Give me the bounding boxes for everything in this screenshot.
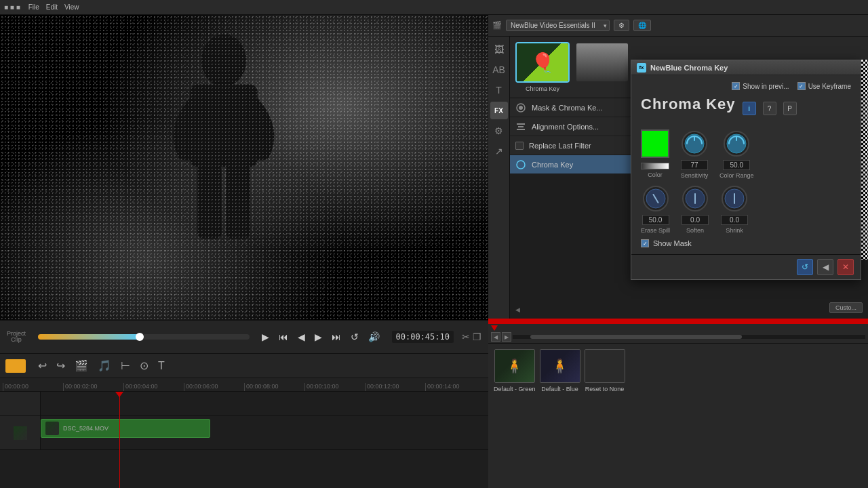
custom-button[interactable]: Custo...: [829, 302, 863, 313]
split-button[interactable]: ⊢: [119, 358, 132, 373]
preset-default-blue[interactable]: 🧍 Default - Blue: [540, 349, 580, 392]
dialog-body: ✓ Show in previ... ✓ Use Keyframe Chroma…: [631, 75, 861, 254]
sensitivity-value[interactable]: 77: [681, 160, 708, 170]
color-swatch[interactable]: [641, 129, 669, 158]
erase-spill-arc-knob[interactable]: [642, 184, 670, 213]
heading-row: Chroma Key i ? P: [641, 96, 851, 121]
clip-label: Clip: [11, 337, 22, 343]
dialog-bottom-bar: ↺ ◀ ✕: [631, 254, 861, 279]
play-button[interactable]: ▶: [259, 330, 272, 344]
add-audio-button[interactable]: 🎵: [96, 358, 113, 373]
preset-button[interactable]: P: [783, 102, 797, 115]
color-label: Color: [648, 171, 663, 178]
chroma-key-label: Chroma Key: [532, 161, 573, 169]
sensitivity-arc-knob[interactable]: [680, 129, 709, 158]
track-content-1[interactable]: [41, 392, 488, 415]
shrink-arc-knob[interactable]: [720, 184, 749, 213]
timeline-section: ↩ ↪ 🎬 🎵 ⊢ ⊙ T 00:00:00 00:00:02:00 00:00…: [0, 354, 488, 488]
snap-indicator: [5, 359, 26, 373]
volume-button[interactable]: 🔊: [366, 330, 382, 344]
prev-btn[interactable]: ◀: [817, 259, 833, 275]
settings-icon-btn[interactable]: ⚙: [490, 122, 508, 140]
title-button[interactable]: T: [157, 359, 166, 373]
show-preview-row: ✓ Show in previ...: [732, 82, 789, 90]
preset-none-thumb: [585, 349, 625, 383]
soften-value[interactable]: 0.0: [682, 215, 709, 225]
scroll-left-btn[interactable]: ◀: [515, 306, 520, 313]
chroma-thumb-img: 🎈: [515, 42, 570, 83]
track-header-2: [0, 416, 41, 449]
menu-edit[interactable]: Edit: [46, 3, 58, 11]
skip-to-start-button[interactable]: ⏮: [276, 330, 291, 344]
skip-to-end-button[interactable]: ⏭: [329, 330, 344, 344]
timeline-tracks: DSC_5284.MOV: [0, 392, 488, 488]
preset-green-label: Default - Green: [494, 386, 536, 392]
soften-arc-knob[interactable]: [681, 184, 709, 213]
shrink-control: 0.0 Shrink: [720, 184, 749, 234]
chroma-key-icon: [515, 159, 526, 170]
media-icon-btn[interactable]: 🖼: [490, 41, 508, 58]
shrink-label: Shrink: [726, 227, 743, 234]
ruler-mark-1: 00:00:02:00: [63, 383, 123, 391]
fx-thumb-chroma[interactable]: 🎈 Chroma Key: [515, 42, 570, 92]
fx-dropdown[interactable]: NewBlue Video Essentials II: [506, 20, 610, 31]
color-range-value[interactable]: 50.0: [723, 160, 750, 170]
frame-forward-button[interactable]: ▶: [312, 330, 325, 344]
ruler-mark-7: 00:00:14:00: [425, 383, 486, 391]
preset-reset-none[interactable]: Reset to None: [585, 349, 625, 392]
clip-thumbnail: [45, 422, 59, 435]
erase-spill-value[interactable]: 50.0: [642, 215, 669, 225]
track-content-2[interactable]: DSC_5284.MOV: [41, 416, 488, 449]
fx-icon-btn[interactable]: FX: [490, 102, 508, 119]
redo-button[interactable]: ↪: [55, 358, 66, 373]
color-range-arc-knob[interactable]: [722, 129, 751, 158]
erase-spill-label: Erase Spill: [641, 227, 670, 234]
fx-globe-btn[interactable]: 🌐: [633, 20, 651, 31]
ripple-button[interactable]: ⊙: [138, 358, 150, 373]
nav-right-btn[interactable]: ▶: [502, 332, 511, 342]
title-icon-btn[interactable]: T: [490, 81, 508, 99]
replace-filter-checkbox[interactable]: [515, 142, 524, 150]
video-clip[interactable]: DSC_5284.MOV: [41, 419, 210, 438]
ruler-mark-2: 00:00:04:00: [123, 383, 184, 391]
scrubber-thumb[interactable]: [136, 333, 144, 341]
dialog-scrollbar[interactable]: [513, 335, 865, 339]
info-button[interactable]: i: [743, 102, 756, 115]
add-media-button[interactable]: 🎬: [73, 358, 90, 373]
fx-settings-btn[interactable]: ⚙: [614, 20, 629, 31]
copy-icon[interactable]: ❐: [473, 331, 481, 342]
scissor-icon[interactable]: ✂: [462, 331, 470, 342]
nav-row: ◀ ▶: [488, 331, 868, 343]
ruler-mark-4: 00:00:08:00: [244, 383, 304, 391]
reset-btn[interactable]: ↺: [797, 259, 813, 275]
curve-icon-btn[interactable]: ↗: [490, 142, 508, 160]
menu-view[interactable]: View: [64, 3, 79, 11]
controls-row-1: Color 77 Sensitivity: [641, 129, 851, 179]
soften-control: 0.0 Soften: [681, 184, 709, 234]
undo-button[interactable]: ↩: [37, 358, 48, 373]
nav-left-btn[interactable]: ◀: [491, 332, 500, 342]
loop-button[interactable]: ↺: [348, 330, 361, 344]
use-keyframe-checkbox[interactable]: ✓: [797, 82, 806, 90]
svg-point-9: [517, 161, 525, 169]
playback-scrubber[interactable]: [38, 334, 250, 340]
ruler-mark-5: 00:00:10:00: [304, 383, 365, 391]
help-button[interactable]: ?: [763, 102, 776, 115]
menu-file[interactable]: File: [28, 3, 39, 11]
show-mask-row: ✓ Show Mask: [641, 239, 851, 247]
close-dialog-btn[interactable]: ✕: [837, 259, 854, 275]
show-preview-checkbox[interactable]: ✓: [732, 82, 740, 90]
timeline-ruler: 00:00:00 00:00:02:00 00:00:04:00 00:00:0…: [0, 378, 488, 392]
fx-thumb-2[interactable]: [575, 42, 629, 92]
preset-blue-thumb: 🧍: [540, 349, 580, 383]
ruler-mark-0: 00:00:00: [3, 383, 63, 391]
preset-blue-person-icon: 🧍: [551, 358, 568, 374]
shrink-value[interactable]: 0.0: [721, 215, 748, 225]
preset-default-green[interactable]: 🧍 Default - Green: [494, 349, 536, 392]
toolbar-icon-film: 🎬: [492, 21, 502, 30]
frame-back-button[interactable]: ◀: [295, 330, 308, 344]
show-mask-checkbox[interactable]: ✓: [641, 239, 649, 247]
text-icon-btn[interactable]: AB: [490, 61, 508, 79]
position-triangle: [491, 325, 498, 331]
dialog-fx-icon: fx: [637, 63, 646, 73]
